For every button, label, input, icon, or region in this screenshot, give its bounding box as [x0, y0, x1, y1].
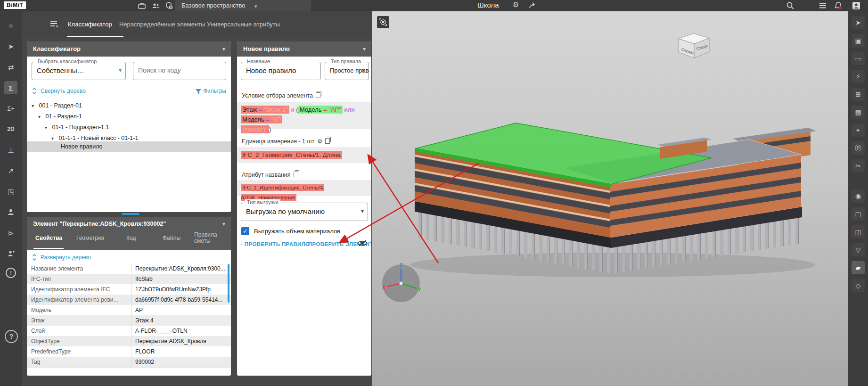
copy-icon[interactable]: [325, 138, 330, 144]
tree-caret-icon[interactable]: ▾: [45, 125, 47, 130]
building-model[interactable]: [396, 91, 834, 280]
tab-files[interactable]: Файлы: [163, 235, 180, 241]
workspace-selector[interactable]: Базовое пространство ▾: [181, 2, 246, 9]
users-icon[interactable]: [4, 205, 17, 219]
tree-node-selected[interactable]: Новое правило: [61, 143, 103, 150]
tab-properties[interactable]: Свойства: [35, 235, 62, 241]
3d-viewport[interactable]: Справа Сзади: [372, 11, 848, 386]
tree-node[interactable]: ▾ 01-1-1 - Новый класс - 01-1-1: [51, 135, 138, 141]
sum-rules-icon[interactable]: Σ: [4, 81, 17, 94]
unit-box[interactable]: IFC_2_Геометрия_Стены/1. Длина: [237, 147, 371, 163]
view-settings-icon[interactable]: ◇: [852, 279, 865, 292]
checkbox-checked-icon[interactable]: ✓: [241, 227, 249, 235]
tab-estimate-rules[interactable]: Правила сметы: [194, 232, 223, 244]
view-cube[interactable]: Справа Сзади: [675, 31, 712, 60]
relations-icon[interactable]: ⇄: [4, 60, 17, 74]
classifier-select[interactable]: Выбрать классификатор Собственны… ▾: [32, 62, 126, 80]
table-row[interactable]: Идентификатор элемента IFC1ZJbOT9uD0fwRU…: [27, 284, 231, 295]
tab-unassigned-elements[interactable]: Нераспределённые элементы: [119, 21, 205, 28]
tab-geometry[interactable]: Геометрия: [76, 235, 104, 241]
grid-icon[interactable]: ⊞: [852, 88, 865, 101]
cursor-icon[interactable]: ➤: [852, 16, 865, 29]
gear-icon[interactable]: ⚙: [317, 138, 322, 145]
parking-icon[interactable]: Ⓟ: [852, 141, 865, 155]
isolate-icon[interactable]: ◫: [852, 225, 865, 238]
collapse-tree-link[interactable]: Свернуть дерево: [41, 88, 86, 94]
plugins-icon[interactable]: ◳: [4, 185, 17, 198]
user-avatar-icon[interactable]: [852, 1, 860, 10]
copy-icon[interactable]: [294, 172, 298, 177]
collapse-tree-icon[interactable]: [32, 88, 37, 96]
expand-tree-icon[interactable]: [32, 254, 37, 263]
tab-code[interactable]: Код: [126, 235, 136, 241]
tree-caret-icon[interactable]: ▾: [32, 103, 34, 108]
condition-box[interactable]: Этаж = "Этаж 2" и (Модель = "АР" или Мод…: [237, 102, 371, 129]
measure-icon[interactable]: ▭: [852, 52, 865, 65]
paint-icon[interactable]: ▰: [852, 261, 865, 274]
panel-resize-handle[interactable]: [122, 213, 139, 215]
projects-icon[interactable]: [138, 1, 146, 10]
table-row[interactable]: PredefinedTypeFLOOR: [27, 346, 231, 357]
screenshot-camera-icon[interactable]: [377, 16, 389, 28]
focus-icon[interactable]: ⌖: [852, 123, 865, 137]
clash-icon[interactable]: ⚡: [852, 70, 865, 83]
select-tool-icon[interactable]: ➤: [4, 40, 17, 53]
sum-add-icon[interactable]: Σ+: [4, 102, 17, 115]
list-menu-icon[interactable]: [819, 1, 827, 10]
copy-icon[interactable]: [316, 92, 320, 98]
tab-universal-attributes[interactable]: Универсальные атрибуты: [207, 21, 280, 28]
table-row[interactable]: ЭтажЭтаж 4: [27, 315, 231, 326]
materials-checkbox-row[interactable]: ✓ Выгружать объем материалов: [241, 227, 340, 235]
share-icon[interactable]: [529, 2, 537, 10]
storeys-icon[interactable]: ▤: [852, 106, 865, 119]
axis-gizmo[interactable]: Z X Y: [380, 262, 422, 304]
visibility-icon[interactable]: ◉: [852, 189, 865, 203]
info-icon[interactable]: !: [6, 268, 16, 278]
name-attribute-box[interactable]: IFC_1_Идентификация_Стены/4. ADSK_Наимен…: [237, 180, 371, 196]
check-rule-button[interactable]: ПРОВЕРИТЬ ПРАВИЛО: [241, 241, 310, 247]
classifier-panel-header[interactable]: Классификатор ▾: [27, 41, 231, 57]
rule-panel-header[interactable]: Новое правило ▾: [237, 41, 371, 57]
tree-node[interactable]: ▾ 01 - Раздел-1: [38, 113, 82, 120]
table-row[interactable]: МодельАР: [27, 305, 231, 316]
table-row[interactable]: Название элементаПерекрытие:ADSK_Кровля:…: [27, 263, 231, 274]
tree-caret-icon[interactable]: ▾: [38, 114, 41, 119]
rule-name-input[interactable]: [241, 62, 322, 78]
export-icon[interactable]: ⊳: [4, 226, 17, 239]
rule-name-field[interactable]: Название: [241, 62, 321, 80]
table-row[interactable]: IFC-типIfcSlab: [27, 274, 231, 285]
panel-menu-icon[interactable]: [50, 20, 59, 29]
select-area-icon[interactable]: ▢: [852, 207, 865, 221]
section-cut-icon[interactable]: ✂: [852, 159, 865, 172]
notifications-bell-icon[interactable]: [834, 1, 843, 10]
eye-off-icon[interactable]: [357, 239, 368, 249]
filter-icon[interactable]: ▽: [852, 243, 865, 256]
help-icon[interactable]: ?: [5, 330, 18, 343]
tree-node[interactable]: ▾ 001 - Раздел-01: [32, 102, 82, 109]
tree-node[interactable]: ▾ 01-1 - Подраздел-1.1: [45, 124, 109, 131]
rule-type-select[interactable]: Тип правила Простое прави… ▾: [325, 62, 369, 80]
filters-link[interactable]: Фильтры: [203, 88, 226, 94]
code-search-field[interactable]: [133, 62, 226, 80]
export-type-select[interactable]: Тип выгрузки Выгрузка по умолчанию ▾: [241, 203, 368, 221]
tree-caret-icon[interactable]: ▾: [51, 136, 54, 141]
hierarchy-icon[interactable]: ⊥: [4, 143, 17, 156]
screens-icon[interactable]: ▣: [852, 34, 865, 47]
charts-icon[interactable]: ↗: [4, 164, 17, 177]
table-row[interactable]: Tag930002: [27, 357, 231, 368]
gear-icon[interactable]: ⚙: [513, 0, 519, 9]
table-row[interactable]: Идентификатор элемента реви…da66957f-0d9…: [27, 295, 231, 305]
team-icon[interactable]: [152, 1, 160, 10]
table-row[interactable]: ObjectTypeПерекрытие:ADSK_Кровля: [27, 336, 231, 347]
2d-view-icon[interactable]: 2D: [4, 123, 17, 136]
element-panel-header[interactable]: Элемент "Перекрытие:ADSK_Кровля:930002" …: [27, 217, 231, 231]
code-search-input[interactable]: [133, 62, 226, 78]
tab-classifier[interactable]: Классификатор: [68, 21, 112, 28]
expand-tree-link[interactable]: Развернуть дерево: [41, 254, 91, 261]
scrollbar[interactable]: [228, 264, 229, 303]
table-row[interactable]: СлойA-FLOR-____-OTLN: [27, 326, 231, 337]
user-add-icon[interactable]: [4, 247, 17, 260]
shield-check-icon[interactable]: [165, 1, 173, 10]
model-tree-icon[interactable]: ⌗: [4, 19, 17, 32]
search-icon[interactable]: [786, 1, 794, 10]
